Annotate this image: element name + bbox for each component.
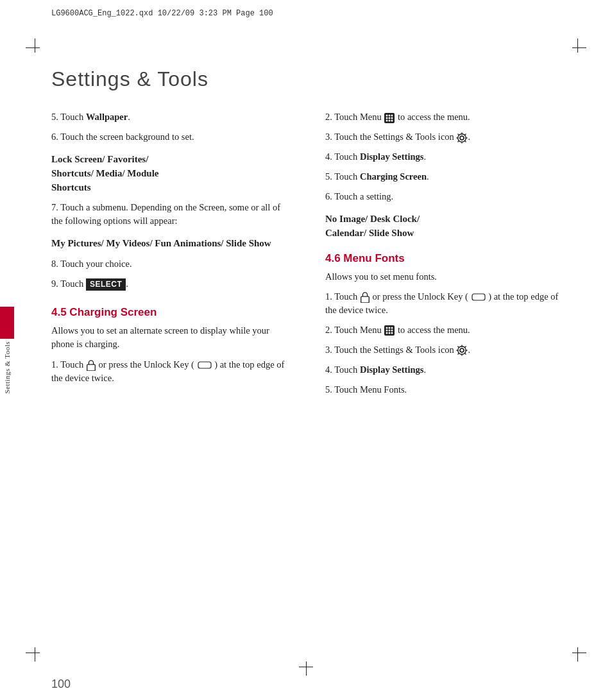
right-item-2: 2. Touch Menu to access the: [325, 110, 561, 124]
menu-grid-icon: [384, 112, 395, 124]
my-pictures-heading: My Pictures/ My Videos/ Fun Animations/ …: [51, 237, 287, 251]
section-45-description: Allows you to set an alternate screen to…: [51, 324, 287, 351]
no-image-heading: No Image/ Desk Clock/Calendar/ Slide Sho…: [325, 212, 561, 241]
reg-mark-tr: [568, 38, 586, 56]
svg-point-26: [391, 332, 393, 334]
svg-point-25: [389, 332, 391, 334]
svg-point-22: [389, 330, 391, 332]
section-46-description: Allows you to set menu fonts.: [325, 270, 561, 284]
content-area: Settings & Tools 5. Touch Wallpaper. 6. …: [51, 35, 561, 665]
right-item-5: 5. Touch Charging Screen.: [325, 170, 561, 184]
svg-rect-1: [198, 362, 211, 368]
svg-point-11: [391, 119, 393, 121]
section-46-heading: 4.6 Menu Fonts: [325, 252, 561, 265]
header-bar: LG9600ACG_Eng_1022.qxd 10/22/09 3:23 PM …: [51, 9, 561, 18]
side-tab: Settings & Tools: [0, 299, 14, 402]
svg-point-10: [389, 119, 391, 121]
svg-point-6: [386, 117, 388, 119]
section-45-item1: 1. Touch or press the Unlock Key ( ) at …: [51, 358, 287, 385]
section-46-item2: 2. Touch Menu to access the menu.: [325, 323, 561, 337]
select-badge: SELECT: [86, 278, 126, 291]
svg-point-8: [391, 117, 393, 119]
lock-screen-bold: Lock Screen/ Favorites/Shortcuts/ Media/…: [51, 154, 159, 192]
unlock-key-icon: [198, 361, 212, 369]
svg-point-5: [391, 114, 393, 116]
right-item-3: 3. Touch the Settings & Tools icon .: [325, 130, 561, 144]
svg-point-18: [386, 327, 388, 329]
item-6: 6. Touch the screen background to set.: [51, 130, 287, 144]
display-settings-bold-1: Display Settings: [360, 151, 424, 162]
right-column: 2. Touch Menu to access the: [319, 110, 561, 403]
svg-point-14: [461, 136, 464, 139]
lock-screen-heading: Lock Screen/ Favorites/Shortcuts/ Media/…: [51, 153, 287, 194]
charging-screen-bold: Charging Screen: [360, 171, 427, 182]
lock-icon: [86, 359, 96, 371]
side-tab-bar: [0, 307, 14, 339]
svg-rect-16: [472, 294, 485, 300]
item-5: 5. Touch Wallpaper.: [51, 110, 287, 124]
item-8: 8. Touch your choice.: [51, 257, 287, 271]
svg-point-24: [386, 332, 388, 334]
svg-point-3: [386, 114, 388, 116]
right-item-6: 6. Touch a setting.: [325, 190, 561, 203]
section-46-item4: 4. Touch Display Settings.: [325, 363, 561, 377]
wallpaper-bold: Wallpaper: [86, 112, 128, 122]
page-container: LG9600ACG_Eng_1022.qxd 10/22/09 3:23 PM …: [0, 0, 612, 700]
page-number: 100: [51, 678, 71, 691]
display-settings-bold-2: Display Settings: [360, 364, 424, 375]
two-column-layout: 5. Touch Wallpaper. 6. Touch the screen …: [51, 110, 561, 403]
section-46-item1: 1. Touch or press the Unlock Key ( ) at …: [325, 290, 561, 317]
page-title: Settings & Tools: [51, 67, 561, 91]
menu-grid-icon-2: [384, 325, 395, 336]
svg-point-9: [386, 119, 388, 121]
lock-icon-2: [360, 291, 370, 303]
section-45-heading: 4.5 Charging Screen: [51, 306, 287, 319]
svg-point-20: [391, 327, 393, 329]
svg-point-4: [389, 114, 391, 116]
left-column: 5. Touch Wallpaper. 6. Touch the screen …: [51, 110, 293, 403]
unlock-key-icon-2: [472, 293, 486, 301]
header-text: LG9600ACG_Eng_1022.qxd 10/22/09 3:23 PM …: [51, 9, 273, 18]
svg-point-21: [386, 330, 388, 332]
svg-point-13: [458, 133, 466, 142]
no-image-bold: No Image/ Desk Clock/Calendar/ Slide Sho…: [325, 214, 420, 238]
svg-rect-15: [361, 296, 370, 303]
reg-mark-tl: [26, 38, 44, 56]
svg-point-28: [458, 346, 466, 355]
item-9: 9. Touch SELECT.: [51, 277, 287, 291]
svg-point-7: [389, 117, 391, 119]
section-46-item5: 5. Touch Menu Fonts.: [325, 383, 561, 397]
right-item-4: 4. Touch Display Settings.: [325, 150, 561, 164]
reg-mark-br: [568, 644, 586, 662]
item-7: 7. Touch a submenu. Depending on the Scr…: [51, 201, 287, 228]
gear-icon: [456, 132, 468, 144]
section-46-item3: 3. Touch the Settings & Tools icon .: [325, 343, 561, 357]
gear-icon-2: [456, 345, 468, 356]
svg-point-23: [391, 330, 393, 332]
svg-point-29: [461, 349, 464, 352]
side-tab-label: Settings & Tools: [3, 341, 11, 394]
reg-mark-bl: [26, 644, 44, 662]
my-pictures-bold: My Pictures/ My Videos/ Fun Animations/ …: [51, 238, 271, 248]
svg-point-19: [389, 327, 391, 329]
svg-rect-0: [87, 364, 96, 371]
